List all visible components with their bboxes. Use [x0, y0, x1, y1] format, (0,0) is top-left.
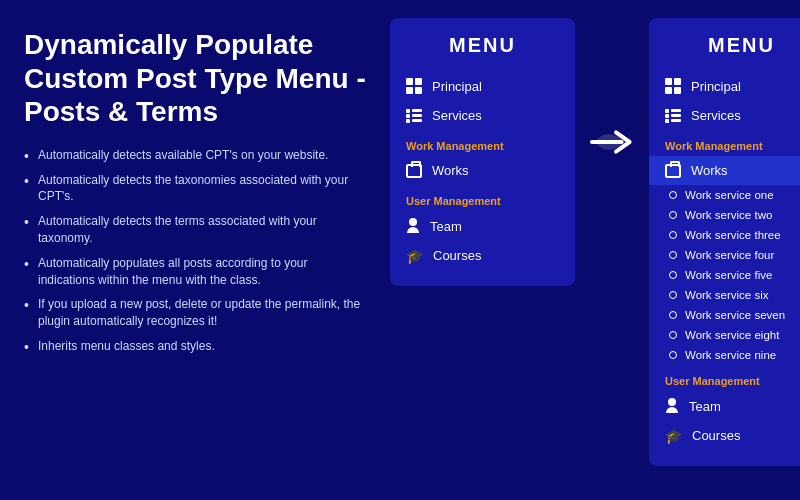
bullet-1: Automatically detects available CPT's on… [24, 147, 366, 164]
menu-right-team[interactable]: Team [649, 391, 800, 421]
sub-item-7[interactable]: Work service seven [649, 305, 800, 325]
section-work-management-right: Work Management [649, 130, 800, 156]
menu-panel-left: MENU Principal Services Work Management … [390, 18, 575, 286]
sub-item-8[interactable]: Work service eight [649, 325, 800, 345]
sub-item-3[interactable]: Work service three [649, 225, 800, 245]
cap-icon-right: 🎓 [665, 429, 682, 443]
menu-left-title: MENU [390, 34, 575, 57]
menu-right-title: MENU [649, 34, 800, 57]
sub-item-label-3: Work service three [685, 229, 781, 241]
services-label: Services [432, 108, 482, 123]
bullet-2: Automatically detects the taxonomies ass… [24, 172, 366, 206]
feature-list: Automatically detects available CPT's on… [24, 147, 366, 355]
briefcase-icon-right [665, 164, 681, 178]
bullet-4: Automatically populates all posts accord… [24, 255, 366, 289]
sub-item-label-9: Work service nine [685, 349, 776, 361]
menu-right-courses[interactable]: 🎓 Courses [649, 421, 800, 450]
sub-dot-icon-5 [669, 271, 677, 279]
sub-item-label-5: Work service five [685, 269, 772, 281]
main-title: Dynamically Populate Custom Post Type Me… [24, 28, 366, 129]
principal-label-right: Principal [691, 79, 741, 94]
arrow-container [587, 18, 637, 166]
right-section: MENU Principal Services Work Management … [390, 0, 800, 500]
sub-item-label-4: Work service four [685, 249, 774, 261]
person-icon-right [665, 398, 679, 414]
sub-item-5[interactable]: Work service five [649, 265, 800, 285]
sub-item-label-7: Work service seven [685, 309, 785, 321]
menu-right-works[interactable]: Works ⌄ [649, 156, 800, 185]
sub-dot-icon [669, 191, 677, 199]
person-icon-left [406, 218, 420, 234]
sub-item-2[interactable]: Work service two [649, 205, 800, 225]
sub-item-4[interactable]: Work service four [649, 245, 800, 265]
menu-left-team[interactable]: Team [390, 211, 575, 241]
list-icon [406, 109, 422, 123]
menu-left-principal[interactable]: Principal [390, 71, 575, 101]
menu-right-services[interactable]: Services [649, 101, 800, 130]
bullet-3: Automatically detects the terms associat… [24, 213, 366, 247]
grid-icon [406, 78, 422, 94]
briefcase-icon-left [406, 164, 422, 178]
team-label-right: Team [689, 399, 721, 414]
sub-item-label-8: Work service eight [685, 329, 779, 341]
section-work-management-left: Work Management [390, 130, 575, 156]
sub-dot-icon-3 [669, 231, 677, 239]
courses-label-left: Courses [433, 248, 481, 263]
grid-icon-right [665, 78, 681, 94]
sub-dot-icon-6 [669, 291, 677, 299]
menu-left-courses[interactable]: 🎓 Courses [390, 241, 575, 270]
principal-label: Principal [432, 79, 482, 94]
bullet-6: Inherits menu classes and styles. [24, 338, 366, 355]
sub-dot-icon-9 [669, 351, 677, 359]
sub-item-1[interactable]: Work service one [649, 185, 800, 205]
works-label-right: Works [691, 163, 728, 178]
section-user-management-right: User Management [649, 365, 800, 391]
menu-panel-right: MENU Principal Services Work Management … [649, 18, 800, 466]
sub-item-6[interactable]: Work service six [649, 285, 800, 305]
menu-right-principal[interactable]: Principal [649, 71, 800, 101]
works-label-left: Works [432, 163, 469, 178]
sub-dot-icon-2 [669, 211, 677, 219]
cap-icon-left: 🎓 [406, 249, 423, 263]
sub-dot-icon-4 [669, 251, 677, 259]
left-panel: Dynamically Populate Custom Post Type Me… [0, 0, 390, 500]
sub-item-label-2: Work service two [685, 209, 772, 221]
courses-label-right: Courses [692, 428, 740, 443]
arrow-icon [588, 118, 636, 166]
menu-left-works[interactable]: Works [390, 156, 575, 185]
sub-item-9[interactable]: Work service nine [649, 345, 800, 365]
bullet-5: If you upload a new post, delete or upda… [24, 296, 366, 330]
team-label-left: Team [430, 219, 462, 234]
sub-dot-icon-8 [669, 331, 677, 339]
sub-dot-icon-7 [669, 311, 677, 319]
section-user-management-left: User Management [390, 185, 575, 211]
services-label-right: Services [691, 108, 741, 123]
menu-left-services[interactable]: Services [390, 101, 575, 130]
list-icon-right [665, 109, 681, 123]
sub-item-label-6: Work service six [685, 289, 769, 301]
sub-item-label-1: Work service one [685, 189, 774, 201]
